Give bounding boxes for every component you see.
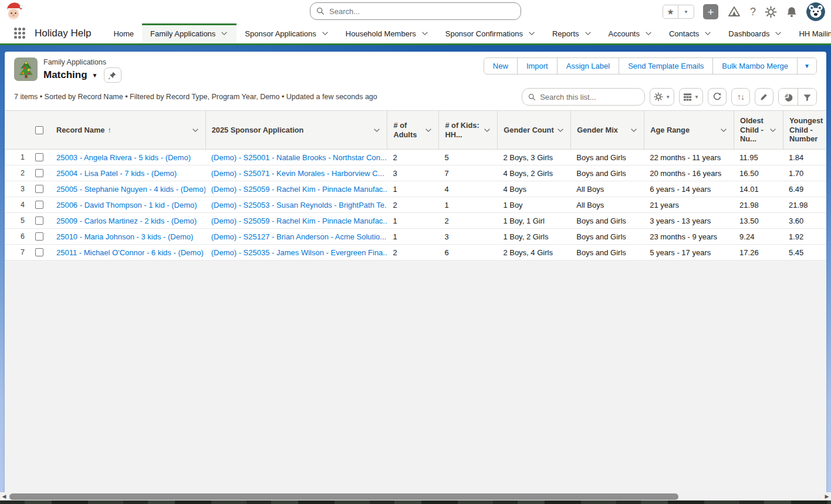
chevron-down-icon[interactable] [483,126,491,134]
tab-home[interactable]: Home [105,23,142,43]
chevron-down-icon[interactable] [191,126,200,134]
row-number: 4 [5,197,28,212]
list-actions: NewImportAssign LabelSend Template Email… [484,57,817,75]
cell-gender-mix: Boys and Girls [570,150,644,165]
record-name-link[interactable]: 25005 - Stephanie Nguyen - 4 kids - (Dem… [50,181,205,197]
row-checkbox[interactable] [35,153,43,161]
row-checkbox[interactable] [35,201,43,209]
record-name-link[interactable]: 25011 - Michael O'Connor - 6 kids - (Dem… [50,245,205,260]
sponsor-application-link[interactable]: (Demo) - S25071 - Kevin Morales - Harbor… [205,165,387,181]
chevron-down-icon[interactable] [704,29,712,38]
chevron-down-icon[interactable] [774,29,782,38]
chevron-down-icon[interactable] [321,29,329,38]
chevron-down-icon[interactable] [556,126,565,134]
sponsor-application-link[interactable]: (Demo) - S25059 - Rachel Kim - Pinnacle … [205,181,387,197]
inline-edit-button[interactable] [755,88,773,106]
refresh-button[interactable] [708,88,727,106]
trailhead-icon[interactable] [727,5,741,18]
user-avatar-bear[interactable] [806,2,825,21]
select-all-checkbox[interactable] [35,126,43,134]
row-checkbox[interactable] [35,169,43,177]
record-name-link[interactable]: 25003 - Angela Rivera - 5 kids - (Demo) [50,150,205,165]
favorites-caret-icon[interactable]: ▼ [678,5,694,18]
column-header-gender-mix[interactable]: Gender Mix [570,111,644,149]
column-header-oldest[interactable]: Oldest Child - Nu... [734,111,783,149]
tab-sponsor-applications[interactable]: Sponsor Applications [237,23,337,43]
import-button[interactable]: Import [518,58,558,74]
chevron-down-icon[interactable] [769,126,777,134]
scroll-left-icon[interactable]: ◀ [0,492,8,500]
tab-sponsor-confirmations[interactable]: Sponsor Confirmations [437,23,544,43]
cell-kids: 7 [438,165,497,181]
row-checkbox[interactable] [35,248,43,256]
cell-age-range: 6 years - 14 years [644,181,734,197]
chevron-down-icon[interactable] [373,126,381,134]
favorites-star-icon[interactable]: ★ [663,5,678,18]
filters-button[interactable] [798,89,816,106]
charts-button[interactable] [779,89,798,106]
column-header-gender-count[interactable]: Gender Count [497,111,570,149]
chevron-down-icon[interactable] [584,29,592,38]
horizontal-scrollbar[interactable]: ◀ ▶ [0,492,831,500]
record-name-link[interactable]: 25009 - Carlos Martinez - 2 kids - (Demo… [50,213,205,228]
santa-favicon [2,0,26,23]
chevron-down-icon[interactable] [424,126,433,134]
select-all-cell [28,111,50,149]
list-view-name-dropdown[interactable]: Matching ▼ [43,69,98,81]
cell-adults: 1 [387,229,439,244]
filters-icon [803,93,812,102]
tab-accounts[interactable]: Accounts [600,23,661,43]
row-select-cell [28,245,50,260]
record-name-link[interactable]: 25006 - David Thompson - 1 kid - (Demo) [50,197,205,212]
sort-icon: ↑↓ [737,92,744,102]
column-header-record-name[interactable]: Record Name↑ [50,111,205,149]
help-icon[interactable]: ? [750,6,756,18]
chevron-down-icon[interactable] [644,29,653,38]
column-header-kids[interactable]: # of Kids: HH... [438,111,497,149]
record-name-link[interactable]: 25010 - Maria Johnson - 3 kids - (Demo) [50,229,205,244]
new-button[interactable]: New [484,58,518,74]
pin-list-button[interactable] [104,67,121,83]
app-launcher-icon[interactable] [14,28,25,39]
send-template-emails-button[interactable]: Send Template Emails [619,58,713,74]
tab-family-applications[interactable]: Family Applications [142,23,237,43]
sponsor-application-link[interactable]: (Demo) - S25059 - Rachel Kim - Pinnacle … [205,213,387,228]
column-header-youngest[interactable]: Youngest Child - Number [783,111,826,149]
column-header-adults[interactable]: # of Adults [387,111,438,149]
sponsor-application-link[interactable]: (Demo) - S25001 - Natalie Brooks - North… [205,150,387,165]
setup-gear-icon[interactable] [765,6,777,18]
assign-label-button[interactable]: Assign Label [558,58,619,74]
list-view-controls-button[interactable]: ▼ [650,88,674,106]
tab-hh-mailing-list-entries[interactable]: HH Mailing List Entries [791,23,831,43]
tab-dashboards[interactable]: Dashboards [720,23,791,43]
bulk-mambo-merge-button[interactable]: Bulk Mambo Merge [713,58,798,74]
chevron-down-icon[interactable] [220,29,228,38]
global-search-input[interactable]: Search... [310,2,521,20]
chevron-down-icon[interactable] [528,29,536,38]
column-header-age-range[interactable]: Age Range [644,111,734,149]
tab-reports[interactable]: Reports [544,23,600,43]
sort-button[interactable]: ↑↓ [731,88,750,106]
row-checkbox[interactable] [35,217,43,225]
row-checkbox[interactable] [35,232,43,241]
record-name-link[interactable]: 25004 - Lisa Patel - 7 kids - (Demo) [50,165,205,181]
tab-household-members[interactable]: Household Members [337,23,437,43]
sponsor-application-link[interactable]: (Demo) - S25127 - Brian Anderson - Acme … [205,229,387,244]
column-header-sponsor-application[interactable]: 2025 Sponsor Application [205,111,387,149]
sponsor-application-link[interactable]: (Demo) - S25053 - Susan Reynolds - Brigh… [205,197,387,212]
chevron-down-icon[interactable] [421,29,429,38]
christmas-tree-icon [14,57,38,81]
list-search-input[interactable]: Search this list... [522,88,645,106]
cell-gender-mix: Boys and Girls [570,213,644,228]
notifications-bell-icon[interactable] [786,6,798,18]
row-checkbox[interactable] [35,185,43,193]
tab-contacts[interactable]: Contacts [661,23,720,43]
scrollbar-thumb[interactable] [9,493,678,500]
chevron-down-icon[interactable] [719,126,728,134]
scroll-right-icon[interactable]: ▶ [823,492,831,500]
chevron-down-icon[interactable] [630,126,638,134]
global-actions-plus-icon[interactable]: + [703,4,718,19]
display-as-button[interactable]: ▼ [679,88,703,106]
sponsor-application-link[interactable]: (Demo) - S25035 - James Wilson - Evergre… [205,245,387,260]
more-actions-caret-icon[interactable]: ▼ [798,58,816,74]
